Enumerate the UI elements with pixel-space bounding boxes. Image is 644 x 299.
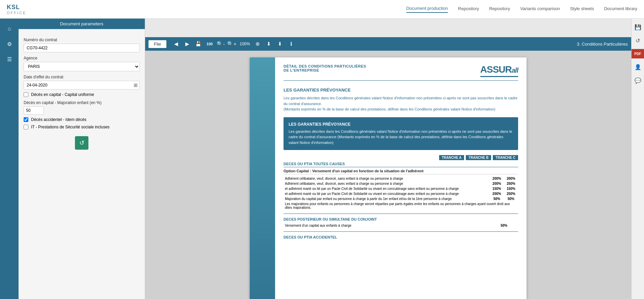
row-a: 50% (490, 196, 504, 201)
row-b: 50% (504, 196, 518, 201)
app-logo: KSL OFFICE (7, 4, 26, 15)
separator-line-1 (284, 214, 518, 214)
refresh-btn-container: ↺ (24, 136, 140, 150)
row-a: 200% (490, 176, 504, 181)
collapse-tab[interactable]: › (145, 159, 145, 172)
blue-box-title: LES GARANTIES PRÉVOYANCE (289, 122, 513, 127)
blue-box-text: Les garanties décrites dans les Conditio… (289, 129, 513, 146)
top-navigation: KSL OFFICE Document production Repositor… (0, 0, 644, 19)
doc-blue-sidebar (250, 57, 275, 299)
row-b: 150% (504, 186, 518, 191)
tranche-a-badge: TRANCHE A (439, 155, 464, 160)
deces-majoration-label: Décès en capital - Majoration enfant (en… (24, 100, 140, 105)
pdf-icon[interactable]: PDF (632, 49, 644, 58)
comment-icon[interactable]: 💬 (633, 75, 643, 85)
file-tab[interactable]: File (149, 40, 166, 48)
sync-icon[interactable]: ↺ (633, 35, 643, 46)
refresh-button[interactable]: ↺ (75, 136, 88, 150)
it-prestations-row: IT - Prestations de Sécurité sociale inc… (24, 125, 140, 129)
blue-box: LES GARANTIES PRÉVOYANCE Les garanties d… (284, 117, 518, 150)
doc-page: DÉTAIL DES CONDITIONS PARTICULIÈRES DE L… (250, 57, 527, 299)
deces-accidentel-title: DECES OU PTIA ACCIDENTEL (284, 235, 518, 239)
nav-variants-comparison[interactable]: Variants comparison (520, 6, 560, 13)
document-parameters-panel: Document parameters Numéro du contrat Ag… (19, 19, 145, 299)
deces-capital-checkbox[interactable] (24, 92, 28, 97)
table-row: Versement d'un capital aux enfants à cha… (284, 223, 518, 228)
user-icon[interactable]: 👤 (633, 62, 643, 72)
doc-params-header: Document parameters (19, 19, 145, 29)
main-area: File ◀ ▶ 💾 100 🔍- 🔍+ 100% ⊕ ⬇ ⬇ ℹ 3. Con… (145, 37, 631, 299)
rotate-button[interactable]: ⊕ (253, 39, 263, 49)
row-label: et adhérent marié ou lié par un Pacte Ci… (284, 191, 490, 196)
doc-params-body: Numéro du contrat Agence PARIS LYON MARS… (19, 29, 145, 155)
table-row: et adhérent marié ou lié par un Pacte Ci… (284, 186, 518, 191)
calendar-icon[interactable]: ⊞ (134, 82, 138, 88)
section1-title: LES GARANTIES PRÉVOYANCE (284, 88, 518, 93)
table-row: Les majorations pour enfants ou personne… (284, 201, 518, 210)
deces-accidentel-row: Décès accidentel - Idem décès (24, 117, 140, 122)
right-sidebar: 💾 ↺ PDF 👤 💬 (631, 19, 644, 299)
logo-ksl: KSL (7, 4, 20, 11)
deces-majoration-input[interactable] (24, 106, 44, 115)
info-button[interactable]: ℹ (287, 39, 296, 49)
contract-number-label: Numéro du contrat (24, 38, 140, 42)
effect-date-label: Date d'effet du contrat (24, 75, 140, 79)
contract-number-input[interactable] (24, 44, 140, 52)
table-row: et adhérent marié ou lié par un Pacte Ci… (284, 191, 518, 196)
nav-document-library[interactable]: Document library (604, 6, 637, 13)
deces-title: DECES OU PTIA TOUTES CAUSES (284, 162, 518, 167)
download-button-1[interactable]: ⬇ (264, 39, 274, 49)
deces-accidentel-checkbox[interactable] (24, 117, 28, 122)
save-toolbar-button[interactable]: 💾 (194, 39, 203, 49)
agency-select[interactable]: PARIS LYON MARSEILLE (24, 62, 140, 71)
doc-logo: ASSURall (480, 64, 518, 77)
doc-viewer[interactable]: DÉTAIL DES CONDITIONS PARTICULIÈRES DE L… (145, 51, 631, 299)
zoom-display: 100% (238, 42, 251, 46)
zoom-out-button[interactable]: 🔍- (216, 39, 225, 49)
back-button[interactable]: ◀ (171, 39, 181, 49)
row-a: 50% (490, 223, 518, 228)
list-icon[interactable]: ☰ (3, 52, 16, 66)
row-label: Adhérent célibataire, veuf, divorcé, san… (284, 176, 490, 181)
it-prestations-checkbox[interactable] (24, 125, 28, 129)
tranche-c-badge: TRANCHE C (493, 155, 518, 160)
nav-style-sheets[interactable]: Style sheets (570, 6, 594, 13)
row-label: Majoration du capital par enfant ou pers… (284, 196, 490, 201)
logo-all: all (512, 67, 518, 74)
logo-underline (480, 76, 518, 77)
home-icon[interactable]: ⌂ (3, 22, 16, 35)
left-sidebar: ⌂ ⚙ ☰ (0, 19, 19, 299)
doc-header: DÉTAIL DES CONDITIONS PARTICULIÈRES DE L… (284, 64, 518, 81)
row-label: Adhérent célibataire, veuf, divorcé, ave… (284, 181, 490, 186)
deces-accidentel-label: Décès accidentel - Idem décès (31, 117, 86, 122)
nav-document-production[interactable]: Document production (406, 6, 448, 13)
doc-toolbar: File ◀ ▶ 💾 100 🔍- 🔍+ 100% ⊕ ⬇ ⬇ ℹ 3. Con… (145, 37, 631, 51)
nav-links: Document production Repository Repositor… (406, 6, 638, 13)
download-button-2[interactable]: ⬇ (275, 39, 285, 49)
save-icon[interactable]: 💾 (633, 22, 643, 32)
tranche-b-badge: TRANCHE B (466, 155, 491, 160)
effect-date-field: ⊞ (24, 81, 140, 90)
settings-icon[interactable]: ⚙ (3, 37, 16, 51)
logo-office: OFFICE (7, 11, 26, 15)
deces-posterieur-title: DECES POSTERIEUR OU SIMULTANE DU CONJOIN… (284, 217, 518, 221)
zoom-fit-button[interactable]: 100 (205, 39, 214, 49)
tranches-row: TRANCHE A TRANCHE B TRANCHE C (284, 155, 518, 160)
section1-text: Les garanties décrites dans les Conditio… (284, 95, 518, 112)
nav-repository-1[interactable]: Repository (458, 6, 479, 13)
row-b: 200% (504, 176, 518, 181)
effect-date-input[interactable] (24, 81, 140, 90)
zoom-in-button[interactable]: 🔍+ (227, 39, 237, 49)
deces-capital-row: Décès en capital - Capital uniforme (24, 92, 140, 97)
doc-title: 3. Conditions Particulières (577, 42, 628, 47)
row-label: et adhérent marié ou lié par un Pacte Ci… (284, 186, 490, 191)
nav-repository-2[interactable]: Repository (489, 6, 510, 13)
deces-capital-label: Décès en capital - Capital uniforme (31, 92, 94, 97)
logo-assur: ASSUR (480, 64, 512, 75)
table-row: Adhérent célibataire, veuf, divorcé, ave… (284, 181, 518, 186)
agency-label: Agence (24, 56, 140, 60)
table-row: Adhérent célibataire, veuf, divorcé, san… (284, 176, 518, 181)
it-prestations-label: IT - Prestations de Sécurité sociale inc… (31, 125, 110, 129)
row-b: 250% (504, 191, 518, 196)
forward-button[interactable]: ▶ (183, 39, 192, 49)
